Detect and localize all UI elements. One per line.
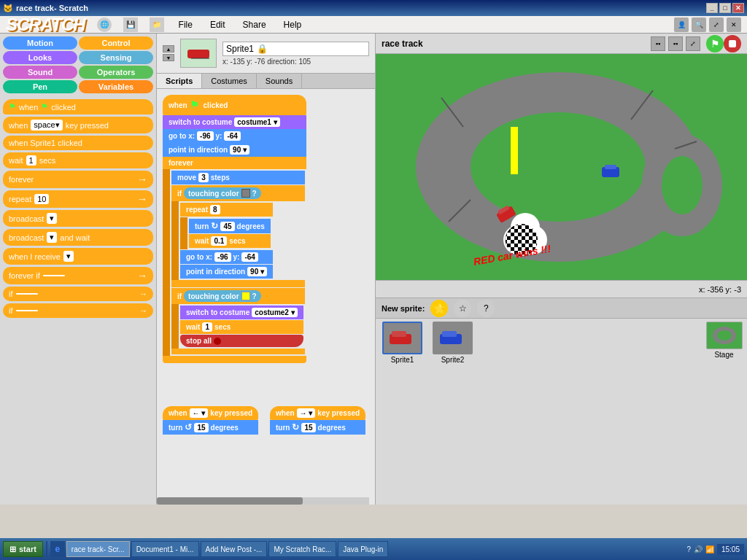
sprite-nav-down[interactable]: ▼: [163, 54, 174, 61]
block-forever-hat[interactable]: forever: [163, 157, 306, 169]
minimize-button[interactable]: _: [706, 3, 718, 13]
stage-layout2-button[interactable]: ▪▪: [668, 36, 683, 51]
stage-thumb[interactable]: Stage: [704, 322, 744, 359]
blocks-list: ⚑ when ⚑ clicked when space▾ key pressed…: [0, 96, 156, 505]
menu-edit[interactable]: Edit: [207, 18, 228, 31]
block-switch-costume2[interactable]: switch to costume costume2 ▾: [180, 306, 303, 319]
block-if[interactable]: if →: [3, 287, 153, 301]
sprite2-thumb[interactable]: Sprite2: [429, 322, 476, 364]
block-wait01[interactable]: wait 0.1 secs: [189, 234, 271, 248]
tab-scripts[interactable]: Scripts: [157, 74, 202, 88]
menu-file[interactable]: File: [176, 18, 196, 31]
block-when-right-key[interactable]: when → ▾ key pressed: [270, 406, 365, 420]
block-point-direction[interactable]: point in direction 90 ▾: [163, 143, 306, 157]
sprite-nav-up[interactable]: ▲: [163, 45, 174, 52]
if-body: repeat 8 turn: [171, 201, 305, 280]
cat-looks-button[interactable]: Looks: [3, 51, 77, 64]
block-forever-if[interactable]: forever if →: [3, 267, 153, 284]
folder-icon[interactable]: 📁: [150, 18, 164, 32]
block-broadcast[interactable]: broadcast ▾: [3, 210, 153, 227]
cat-sensing-button[interactable]: Sensing: [79, 51, 153, 64]
stage-thumb-preview: [708, 324, 740, 347]
block-turn45[interactable]: turn ↻ 45 degrees: [189, 219, 271, 233]
taskbar-item-post[interactable]: Add New Post -...: [201, 541, 268, 557]
add-sprite-star2-button[interactable]: ☆: [454, 300, 471, 317]
block-when-key[interactable]: when space▾ key pressed: [3, 117, 153, 133]
tab-sounds[interactable]: Sounds: [257, 74, 302, 88]
block-turn-right15[interactable]: turn ↻ 15 degrees: [270, 420, 365, 435]
cat-operators-button[interactable]: Operators: [79, 66, 153, 79]
start-button[interactable]: ⊞ start: [3, 541, 43, 557]
maximize-button[interactable]: □: [719, 3, 731, 13]
cat-motion-button[interactable]: Motion: [3, 36, 77, 50]
tab-costumes[interactable]: Costumes: [202, 74, 257, 88]
horizontal-scrollbar[interactable]: [157, 497, 369, 505]
taskbar-item-scratch2[interactable]: My Scratch Rac...: [268, 541, 336, 557]
menu-help[interactable]: Help: [281, 18, 305, 31]
block-if2[interactable]: if →: [3, 303, 153, 318]
flag-go-icon: ⚑: [711, 38, 720, 50]
sprite-nav: ▲ ▼: [163, 45, 174, 61]
stage-bottom: x: -356 y: -3: [376, 280, 747, 298]
block-if-hat[interactable]: if touching color ?: [171, 185, 305, 201]
block-touching-color[interactable]: touching color ?: [184, 187, 261, 199]
block-wait1[interactable]: wait 1 secs: [180, 320, 303, 334]
save-icon[interactable]: 💾: [123, 18, 138, 32]
sprite-preview-svg: [184, 42, 213, 64]
block-turn-left15[interactable]: turn ↺ 15 degrees: [163, 420, 258, 435]
block-goto2[interactable]: go to x: -96 y: -64: [180, 250, 273, 264]
block-broadcast-wait[interactable]: broadcast ▾ and wait: [3, 229, 153, 246]
help-icon[interactable]: ?: [686, 545, 691, 553]
block-when-clicked[interactable]: ⚑ when ⚑ clicked: [3, 99, 153, 114]
sprite1-label: Sprite1: [391, 356, 414, 364]
cat-variables-button[interactable]: Variables: [79, 80, 153, 93]
block-if2-hat[interactable]: if touching color ?: [171, 288, 305, 304]
sprite1-thumb[interactable]: Sprite1: [379, 322, 426, 364]
go-button[interactable]: ⚑: [706, 35, 724, 52]
menu-bar: SCRATCH 🌐 💾 📁 File Edit Share Help 👤 🔍 ⤢…: [0, 16, 747, 34]
scripts-tabs: Scripts Costumes Sounds: [157, 74, 375, 89]
taskbar-item-java[interactable]: Java Plug-in: [338, 541, 388, 557]
expand-icon[interactable]: ⤢: [709, 18, 724, 32]
cat-sound-button[interactable]: Sound: [3, 66, 77, 79]
block-forever[interactable]: forever →: [3, 171, 153, 188]
stage-fullscreen-button[interactable]: ⤢: [686, 36, 700, 51]
repeat-left-rail: [180, 217, 187, 249]
if2-body: switch to costume costume2 ▾ wait 1 secs: [171, 304, 305, 349]
block-go-to[interactable]: go to x: -96 y: -64: [163, 129, 306, 143]
ie-icon[interactable]: e: [50, 541, 65, 557]
block-stop-all[interactable]: stop all: [180, 335, 303, 347]
cat-pen-button[interactable]: Pen: [3, 80, 77, 93]
block-move[interactable]: move 3 steps: [171, 171, 305, 184]
add-sprite-question-button[interactable]: ?: [477, 300, 495, 317]
block-when-receive[interactable]: when I receive ▾: [3, 248, 153, 265]
search-icon[interactable]: 🔍: [692, 18, 706, 32]
scrollbar-thumb[interactable]: [157, 497, 303, 505]
taskbar-item-scratch[interactable]: race track- Scr...: [66, 541, 130, 557]
scripts-area[interactable]: when ⚑ when clicked clicked switch to co…: [157, 89, 375, 505]
taskbar-right: ? 🔊 📶 15:05: [686, 544, 744, 555]
color-swatch-yellow: [241, 292, 250, 300]
close2-icon[interactable]: ✕: [727, 18, 741, 32]
turn-ccw-icon: ↺: [185, 422, 192, 432]
profile-icon[interactable]: 👤: [674, 18, 689, 32]
cat-control-button[interactable]: Control: [79, 36, 153, 50]
block-point2[interactable]: point in direction 90 ▾: [180, 265, 273, 279]
close-button[interactable]: ✕: [732, 3, 744, 13]
stop-button[interactable]: [724, 35, 741, 52]
block-when-sprite-clicked[interactable]: when Sprite1 clicked: [3, 136, 153, 150]
block-wait[interactable]: wait 1 secs: [3, 152, 153, 168]
block-when-flag-clicked[interactable]: when ⚑ when clicked clicked: [163, 95, 306, 115]
taskbar-item-word[interactable]: Document1 - Mi...: [131, 541, 199, 557]
globe-icon[interactable]: 🌐: [97, 18, 112, 32]
sprites-header: New sprite: ⭐ ☆ ?: [376, 298, 747, 319]
stage-layout1-button[interactable]: ▪▪: [651, 36, 665, 51]
block-touching-color2[interactable]: touching color ?: [184, 290, 261, 302]
menu-share[interactable]: Share: [240, 18, 269, 31]
block-when-left-key[interactable]: when ← ▾ key pressed: [163, 406, 258, 420]
block-repeat8[interactable]: repeat 8: [180, 203, 273, 217]
add-sprite-star-button[interactable]: ⭐: [430, 300, 448, 317]
block-repeat[interactable]: repeat 10 →: [3, 190, 153, 208]
new-sprite-label: New sprite:: [382, 304, 425, 313]
block-switch-costume[interactable]: switch to costume costume1 ▾: [163, 115, 306, 129]
